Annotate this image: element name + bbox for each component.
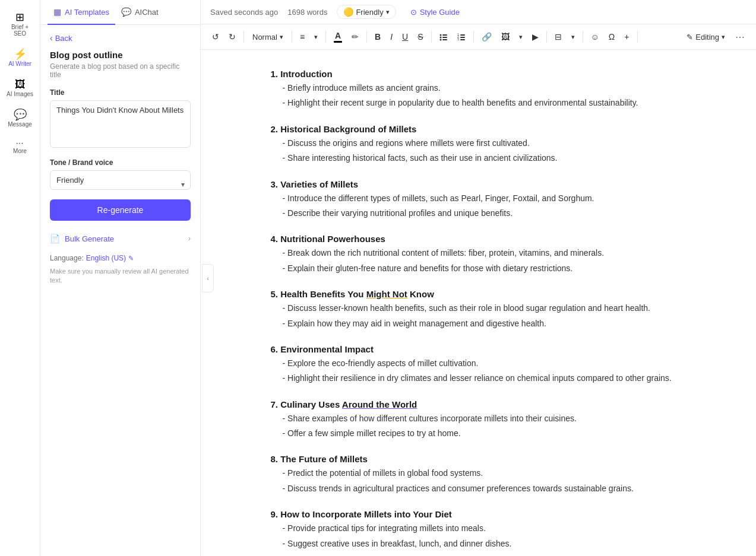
panel-tabs: ▦ AI Templates 💬 AIChat	[40, 0, 200, 25]
svg-rect-3	[442, 37, 447, 38]
section-2: 2. Historical Background of Millets - Di…	[271, 124, 687, 165]
highlight-button[interactable]: ✏	[347, 29, 363, 45]
tab-ai-chat[interactable]: 💬 AIChat	[115, 0, 165, 25]
style-selector-label: Normal	[252, 33, 277, 42]
collapse-panel-button[interactable]: ‹	[202, 264, 214, 293]
svg-point-0	[439, 34, 441, 36]
ai-chat-tab-icon: 💬	[121, 7, 131, 17]
section-4-title: Nutritional Powerhouses	[280, 234, 385, 244]
tone-select[interactable]: Friendly Professional Casual Formal Witt…	[50, 170, 191, 190]
sidebar-item-more-label: More	[13, 148, 27, 154]
numbered-list-button[interactable]: 1. 2. 3.	[453, 30, 470, 44]
toolbar-divider-3	[325, 31, 326, 43]
bulk-generate-row[interactable]: 📄 Bulk Generate ›	[50, 230, 191, 247]
section-9-title: How to Incorporate Millets into Your Die…	[280, 509, 452, 519]
italic-button[interactable]: I	[386, 29, 397, 45]
section-8-number: 8.	[271, 454, 281, 464]
sidebar-item-more[interactable]: ··· More	[2, 135, 38, 159]
language-row: Language: English (US) ✎	[50, 254, 191, 262]
style-selector[interactable]: Normal ▾	[248, 30, 288, 44]
tone-select-wrapper: Tone / Brand voice Friendly Professional…	[50, 158, 191, 190]
toolbar-divider-5	[431, 31, 432, 43]
svg-rect-9	[460, 37, 465, 38]
redo-button[interactable]: ↻	[224, 29, 240, 45]
language-link[interactable]: English (US)	[86, 254, 126, 262]
ai-templates-tab-label: AI Templates	[65, 8, 109, 17]
ai-chat-tab-label: AIChat	[135, 8, 159, 17]
section-9-bullet-1: - Provide practical tips for integrating…	[283, 522, 687, 535]
editing-button[interactable]: ✎ Editing ▾	[682, 30, 730, 44]
regenerate-button[interactable]: Re-generate	[50, 199, 191, 221]
section-7-bullet-1: - Share examples of how different cultur…	[283, 412, 687, 425]
editing-label: Editing	[695, 33, 719, 42]
emoji-button[interactable]: ☺	[587, 29, 603, 45]
panel-section-title: Blog post outline	[50, 50, 191, 60]
sidebar-item-ai-images[interactable]: 🖼 AI Images	[2, 74, 38, 102]
more-options-button[interactable]: ⋯	[731, 28, 749, 46]
align-chevron-button[interactable]: ▾	[310, 30, 322, 44]
section-4-number: 4.	[271, 234, 281, 244]
tone-emoji: 🟡	[343, 7, 353, 17]
table-button[interactable]: ⊟	[551, 29, 566, 45]
sidebar-item-ai-writer[interactable]: ⚡ AI Writer	[2, 44, 38, 72]
link-button[interactable]: 🔗	[477, 29, 496, 45]
numbered-list-icon: 1. 2. 3.	[457, 33, 466, 41]
section-2-title: Historical Background of Millets	[280, 124, 416, 134]
tone-badge[interactable]: 🟡 Friendly ▾	[337, 5, 396, 19]
section-5-title-underline: Might Not	[366, 289, 407, 299]
section-1-title: Introduction	[280, 69, 332, 79]
more-icon: ···	[16, 139, 24, 147]
section-6: 6. Environmental Impact - Explore the ec…	[271, 344, 687, 385]
bulk-generate-label: Bulk Generate	[65, 234, 114, 243]
back-label: Back	[55, 34, 72, 43]
font-color-underline	[334, 41, 342, 43]
top-bar: Saved seconds ago 1698 words 🟡 Friendly …	[201, 0, 756, 24]
panel-content: ‹ Back Blog post outline Generate a blog…	[40, 25, 200, 556]
back-button[interactable]: ‹ Back	[50, 33, 191, 43]
bulk-generate-left: 📄 Bulk Generate	[50, 234, 114, 243]
image-chevron-button[interactable]: ▾	[515, 30, 527, 44]
play-button[interactable]: ▶	[528, 29, 543, 45]
tone-label: Tone / Brand voice	[50, 158, 191, 167]
section-7-bullet-2: - Offer a few simple millet recipes to t…	[283, 427, 687, 440]
sidebar-item-ai-images-label: AI Images	[7, 91, 33, 97]
title-input[interactable]: Things You Didn't Know About Millets	[50, 100, 191, 148]
align-button[interactable]: ≡	[296, 29, 309, 45]
section-6-bullet-2: - Highlight their resilience in dry clim…	[283, 371, 687, 385]
sidebar-item-message-label: Message	[8, 121, 32, 128]
section-5-bullet-1: - Discuss lesser-known health benefits, …	[283, 301, 687, 314]
font-color-button[interactable]: A	[330, 28, 346, 46]
strikethrough-button[interactable]: S	[413, 29, 427, 45]
plus-button[interactable]: +	[620, 29, 633, 45]
section-1-bullet-1: - Briefly introduce millets as ancient g…	[283, 81, 687, 94]
section-7-title-underline: Around the World	[342, 399, 417, 409]
undo-button[interactable]: ↺	[208, 29, 223, 45]
section-9: 9. How to Incorporate Millets into Your …	[271, 509, 687, 550]
bold-button[interactable]: B	[371, 29, 385, 45]
icon-sidebar: ⊞ Brief + SEO ⚡ AI Writer 🖼 AI Images 💬 …	[0, 0, 40, 556]
language-edit-icon[interactable]: ✎	[128, 255, 134, 262]
image-button[interactable]: 🖼	[497, 29, 514, 45]
style-guide-button[interactable]: ⊙ Style Guide	[406, 6, 464, 18]
font-color-letter: A	[335, 31, 341, 40]
svg-point-2	[439, 37, 441, 39]
panel: ▦ AI Templates 💬 AIChat ‹ Back Blog post…	[40, 0, 201, 556]
bullet-list-button[interactable]	[435, 30, 452, 44]
section-2-number: 2.	[271, 124, 281, 134]
section-4: 4. Nutritional Powerhouses - Break down …	[271, 234, 687, 275]
tab-ai-templates[interactable]: ▦ AI Templates	[48, 0, 115, 25]
tone-badge-label: Friendly	[356, 8, 383, 17]
section-7-number: 7.	[271, 399, 281, 409]
sidebar-item-brief-seo[interactable]: ⊞ Brief + SEO	[2, 7, 38, 42]
table-chevron-button[interactable]: ▾	[567, 30, 579, 44]
section-6-title: Environmental Impact	[280, 344, 374, 354]
toolbar-divider-7	[546, 31, 547, 43]
sidebar-item-ai-writer-label: AI Writer	[8, 61, 31, 67]
underline-button[interactable]: U	[398, 29, 412, 45]
section-5-heading: 5. Health Benefits You Might Not Know	[271, 289, 687, 299]
toolbar-divider-2	[292, 31, 292, 43]
section-6-number: 6.	[271, 344, 281, 354]
pencil-icon: ✎	[687, 33, 693, 42]
special-char-button[interactable]: Ω	[605, 29, 619, 45]
sidebar-item-message[interactable]: 💬 Message	[2, 104, 38, 132]
